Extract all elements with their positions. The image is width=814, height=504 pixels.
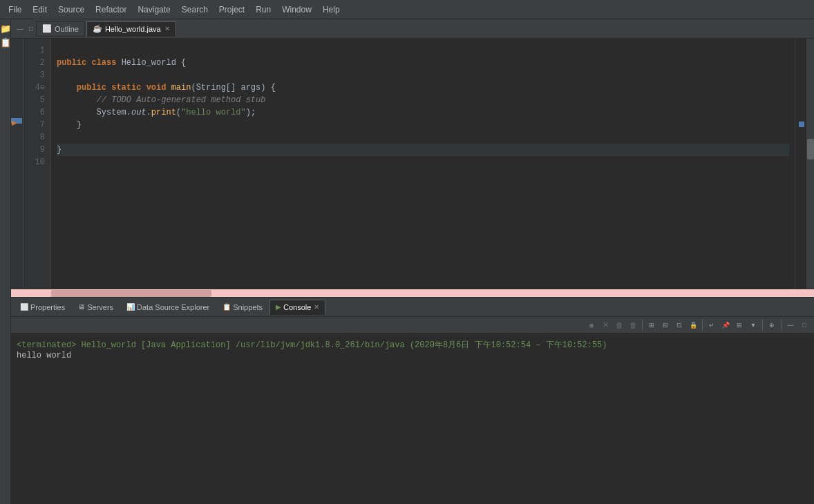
bottom-panel: ⬜ Properties 🖥 Servers 📊 Data Source Exp…	[11, 297, 814, 504]
line-num-4: 4⊖	[23, 81, 50, 94]
disconnect-btn[interactable]: ✕	[599, 319, 612, 331]
sidebar-icon-2[interactable]: 📋	[1, 37, 10, 47]
line-num-9: 9	[23, 144, 50, 156]
code-line-3	[57, 69, 789, 81]
code-line-10	[57, 156, 789, 168]
console-tab-close[interactable]: ✕	[314, 303, 319, 311]
h-scrollbar-thumb[interactable]	[51, 290, 211, 297]
tab-hello-world[interactable]: ☕ Hello_world.java ✕	[86, 21, 176, 37]
menu-run[interactable]: Run	[250, 2, 276, 17]
editor-maximize-btn[interactable]: □	[26, 23, 36, 34]
java-tab-icon: ☕	[93, 24, 102, 33]
tab-outline[interactable]: ⬜ Outline	[36, 21, 85, 37]
code-line-2: public class Hello_world {	[57, 57, 789, 69]
line-numbers: 1 2 3 4⊖ 5 6 7 8 9 10	[23, 39, 51, 289]
menu-edit[interactable]: Edit	[27, 2, 53, 17]
open-console-btn[interactable]: ⊞	[733, 319, 746, 331]
toolbar-sep-4	[781, 320, 782, 331]
bottom-tabs: ⬜ Properties 🖥 Servers 📊 Data Source Exp…	[11, 298, 814, 317]
new-console-btn[interactable]: ⊕	[766, 319, 778, 331]
editor-gutter: ▶	[11, 39, 23, 289]
tab-snippets[interactable]: 📋 Snippets	[216, 300, 269, 315]
tab-datasource[interactable]: 📊 Data Source Explorer	[120, 300, 216, 315]
code-line-4: public static void main(String[] args) {	[57, 81, 789, 94]
panel-maximize-btn[interactable]: □	[798, 319, 811, 331]
servers-tab-label: Servers	[87, 303, 113, 311]
main-layout: 📁 📋 — □ ⬜ Outline ☕ Hello_world.java ✕	[0, 19, 814, 504]
code-line-5: // TODO Auto-generated method stub	[57, 94, 789, 106]
toolbar-btn-7[interactable]: ⊡	[673, 319, 685, 331]
scrollbar-thumb[interactable]	[807, 139, 814, 159]
tab-console[interactable]: ▶ Console ✕	[269, 300, 325, 315]
pin-btn[interactable]: 📌	[719, 319, 732, 331]
code-line-9: }	[57, 144, 789, 156]
outline-tab-label: Outline	[55, 25, 79, 33]
remove-launch-btn[interactable]: 🗑	[613, 319, 625, 331]
servers-tab-icon: 🖥	[78, 303, 85, 311]
editor-minimize-btn[interactable]: —	[14, 23, 26, 34]
menu-bar: File Edit Source Refactor Navigate Searc…	[0, 0, 814, 19]
line-num-10: 10	[23, 156, 50, 168]
content-area: — □ ⬜ Outline ☕ Hello_world.java ✕	[11, 19, 814, 504]
editor-topbar-left: — □ ⬜ Outline ☕ Hello_world.java ✕	[14, 21, 811, 37]
remove-all-btn[interactable]: 🗑	[627, 319, 639, 331]
toolbar-btn-6[interactable]: ⊟	[659, 319, 672, 331]
word-wrap-btn[interactable]: ↵	[706, 319, 718, 331]
line-num-1: 1	[23, 44, 50, 57]
console-output-text: hello world	[17, 351, 808, 360]
menu-file[interactable]: File	[3, 2, 27, 17]
menu-help[interactable]: Help	[317, 2, 346, 17]
outline-tab-icon: ⬜	[42, 24, 52, 33]
code-line-8	[57, 131, 789, 144]
menu-navigate[interactable]: Navigate	[132, 2, 176, 17]
console-tab-icon: ▶	[276, 303, 281, 311]
toolbar-sep-2	[702, 320, 703, 331]
snippets-tab-icon: 📋	[223, 303, 231, 311]
code-line-7: }	[57, 119, 789, 131]
snippets-tab-label: Snippets	[233, 303, 263, 311]
toolbar-sep-1	[642, 320, 643, 331]
line-num-8: 8	[23, 131, 50, 144]
editor-area: ▶ 1 2 3 4⊖ 5 6 7 8 9 10 public class Hel…	[11, 39, 814, 289]
editor-right-margin	[795, 39, 806, 289]
scroll-lock-btn[interactable]: 🔒	[687, 319, 699, 331]
line-num-7: 7	[23, 119, 50, 131]
editor-vertical-scrollbar[interactable]	[806, 39, 814, 289]
code-line-1	[57, 44, 789, 57]
sidebar-icon-1[interactable]: 📁	[1, 23, 10, 33]
tab-servers[interactable]: 🖥 Servers	[72, 300, 120, 315]
datasource-tab-icon: 📊	[126, 303, 135, 311]
menu-source[interactable]: Source	[53, 2, 90, 17]
menu-search[interactable]: Search	[176, 2, 214, 17]
toolbar-btn-5[interactable]: ⊞	[645, 319, 658, 331]
line-num-6: 6	[23, 106, 50, 119]
debug-arrow: ▶	[12, 119, 17, 126]
tab-properties[interactable]: ⬜ Properties	[14, 300, 71, 315]
margin-marker-1	[799, 122, 804, 127]
chevron-down-btn[interactable]: ▼	[747, 319, 759, 331]
console-tab-label: Console	[283, 303, 311, 311]
terminated-line: <terminated> Hello_world [Java Applicati…	[17, 339, 808, 351]
left-icon-bar: 📁 📋	[0, 19, 11, 504]
toolbar-sep-3	[762, 320, 763, 331]
bottom-toolbar: ■ ✕ 🗑 🗑 ⊞ ⊟ ⊡ 🔒 ↵ 📌 ⊞ ▼ ⊕ — □	[11, 317, 814, 333]
code-line-6: System.out.print("hello world");	[57, 106, 789, 119]
menu-project[interactable]: Project	[214, 2, 250, 17]
properties-tab-label: Properties	[30, 303, 65, 311]
menu-refactor[interactable]: Refactor	[90, 2, 132, 17]
datasource-tab-label: Data Source Explorer	[137, 303, 209, 311]
panel-minimize-btn[interactable]: —	[784, 319, 797, 331]
line-num-2: 2	[23, 57, 50, 69]
java-tab-label: Hello_world.java	[105, 25, 161, 33]
line-num-3: 3	[23, 69, 50, 81]
java-tab-close[interactable]: ✕	[164, 25, 170, 32]
properties-tab-icon: ⬜	[20, 303, 28, 311]
console-output: <terminated> Hello_world [Java Applicati…	[11, 333, 814, 504]
line-num-5: 5	[23, 94, 50, 106]
menu-window[interactable]: Window	[276, 2, 317, 17]
editor-topbar: — □ ⬜ Outline ☕ Hello_world.java ✕	[11, 19, 814, 39]
code-editor[interactable]: public class Hello_world { public static…	[51, 39, 795, 289]
editor-horizontal-scrollbar[interactable]	[11, 289, 814, 297]
stop-btn[interactable]: ■	[585, 319, 598, 331]
